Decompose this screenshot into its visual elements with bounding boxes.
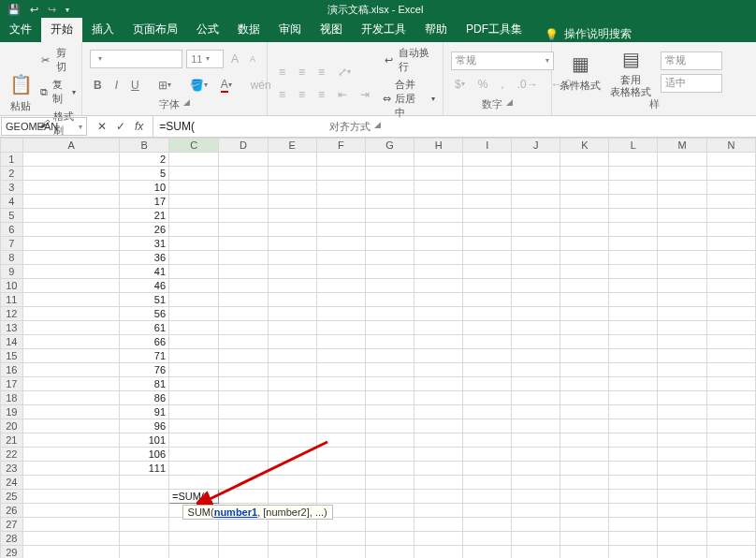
cell-I11[interactable] xyxy=(463,293,512,307)
cell-G27[interactable] xyxy=(365,518,414,532)
cell-N21[interactable] xyxy=(706,433,755,448)
cell-E24[interactable] xyxy=(268,476,316,490)
cell-J14[interactable] xyxy=(512,335,560,349)
cell-I13[interactable] xyxy=(463,321,512,335)
cell-G20[interactable] xyxy=(365,419,414,433)
cell-F14[interactable] xyxy=(316,335,365,349)
align-left-icon[interactable]: ≡ xyxy=(275,86,289,103)
cell-C28[interactable] xyxy=(169,532,219,546)
cell-D22[interactable] xyxy=(219,448,268,462)
cell-H4[interactable] xyxy=(414,195,463,209)
cell-N27[interactable] xyxy=(706,518,755,532)
cell-I16[interactable] xyxy=(463,363,512,377)
cell-H16[interactable] xyxy=(414,363,463,377)
cell-F22[interactable] xyxy=(316,448,365,462)
cell-I4[interactable] xyxy=(463,195,512,209)
cell-M18[interactable] xyxy=(658,391,706,405)
cell-D4[interactable] xyxy=(219,195,268,209)
cell-A11[interactable] xyxy=(22,293,120,307)
cell-L29[interactable] xyxy=(609,546,658,559)
cell-E10[interactable] xyxy=(268,279,316,293)
indent-increase-icon[interactable]: ⇥ xyxy=(356,86,373,103)
row-header-6[interactable]: 6 xyxy=(1,223,23,237)
tab-formulas[interactable]: 公式 xyxy=(187,18,228,42)
cell-I8[interactable] xyxy=(463,251,512,265)
row-header-25[interactable]: 25 xyxy=(1,490,23,504)
cell-A20[interactable] xyxy=(22,419,120,433)
cell-I14[interactable] xyxy=(463,335,512,349)
number-launcher-icon[interactable]: ◢ xyxy=(506,97,513,111)
align-middle-icon[interactable]: ≡ xyxy=(295,64,309,81)
cell-C23[interactable] xyxy=(169,462,219,476)
cell-N7[interactable] xyxy=(706,237,755,251)
cell-N10[interactable] xyxy=(706,279,755,293)
cell-E6[interactable] xyxy=(268,223,316,237)
column-header-D[interactable]: D xyxy=(219,139,268,153)
row-header-19[interactable]: 19 xyxy=(1,405,23,419)
cell-E22[interactable] xyxy=(268,448,316,462)
cell-E18[interactable] xyxy=(268,391,316,405)
tab-file[interactable]: 文件 xyxy=(0,18,41,42)
cell-D5[interactable] xyxy=(219,209,268,223)
cell-E13[interactable] xyxy=(268,321,316,335)
cell-D12[interactable] xyxy=(219,307,268,321)
cell-M6[interactable] xyxy=(658,223,706,237)
cell-B17[interactable]: 81 xyxy=(120,377,169,391)
cell-K28[interactable] xyxy=(560,532,609,546)
cell-D1[interactable] xyxy=(219,153,268,167)
column-header-B[interactable]: B xyxy=(120,139,169,153)
cell-A6[interactable] xyxy=(22,223,120,237)
cell-C14[interactable] xyxy=(169,335,219,349)
cell-N29[interactable] xyxy=(706,546,755,559)
cell-F7[interactable] xyxy=(316,237,365,251)
cell-N5[interactable] xyxy=(706,209,755,223)
underline-button[interactable]: U xyxy=(127,77,143,94)
cell-D15[interactable] xyxy=(219,349,268,363)
tell-me-search[interactable]: 💡 操作说明搜索 xyxy=(545,26,632,42)
increase-font-icon[interactable]: A xyxy=(227,51,242,67)
cell-A7[interactable] xyxy=(22,237,120,251)
cell-C2[interactable] xyxy=(169,167,219,181)
cell-M4[interactable] xyxy=(658,195,706,209)
tab-page-layout[interactable]: 页面布局 xyxy=(124,18,187,42)
cell-A21[interactable] xyxy=(22,433,120,448)
cell-H13[interactable] xyxy=(414,321,463,335)
cell-B3[interactable]: 10 xyxy=(120,181,169,195)
cell-I1[interactable] xyxy=(463,153,512,167)
cell-F17[interactable] xyxy=(316,377,365,391)
cell-N14[interactable] xyxy=(706,335,755,349)
cell-C1[interactable] xyxy=(169,153,219,167)
cell-B24[interactable] xyxy=(120,476,169,490)
cell-A12[interactable] xyxy=(22,307,120,321)
cell-C18[interactable] xyxy=(169,391,219,405)
cell-G7[interactable] xyxy=(365,237,414,251)
cell-G8[interactable] xyxy=(365,251,414,265)
cell-D10[interactable] xyxy=(219,279,268,293)
cell-B18[interactable]: 86 xyxy=(120,391,169,405)
cell-A16[interactable] xyxy=(22,363,120,377)
cell-L5[interactable] xyxy=(609,209,658,223)
cell-F11[interactable] xyxy=(316,293,365,307)
tooltip-arg1[interactable]: number1 xyxy=(214,507,257,518)
cell-I15[interactable] xyxy=(463,349,512,363)
cell-E9[interactable] xyxy=(268,265,316,279)
cell-B19[interactable]: 91 xyxy=(120,405,169,419)
cell-I18[interactable] xyxy=(463,391,512,405)
column-header-F[interactable]: F xyxy=(316,139,365,153)
cell-N8[interactable] xyxy=(706,251,755,265)
cell-E16[interactable] xyxy=(268,363,316,377)
cell-I17[interactable] xyxy=(463,377,512,391)
cell-H28[interactable] xyxy=(414,532,463,546)
cell-A24[interactable] xyxy=(22,476,120,490)
copy-button[interactable]: ⧉复制▾ xyxy=(39,78,76,106)
cell-B1[interactable]: 2 xyxy=(120,153,169,167)
cell-M10[interactable] xyxy=(658,279,706,293)
cell-N2[interactable] xyxy=(706,167,755,181)
cell-G18[interactable] xyxy=(365,391,414,405)
cell-K8[interactable] xyxy=(560,251,609,265)
cell-K20[interactable] xyxy=(560,419,609,433)
cell-I12[interactable] xyxy=(463,307,512,321)
cell-E29[interactable] xyxy=(268,546,316,559)
row-header-4[interactable]: 4 xyxy=(1,195,23,209)
cell-A23[interactable] xyxy=(22,462,120,476)
